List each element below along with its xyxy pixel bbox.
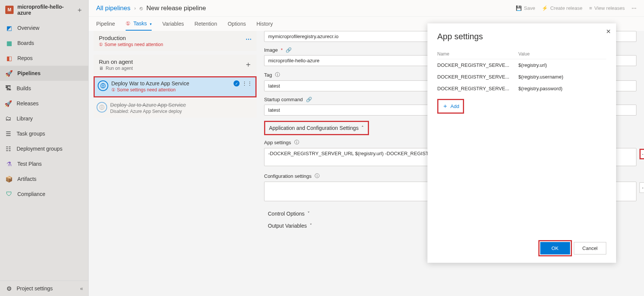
required-icon: * xyxy=(281,47,283,53)
create-icon: ⚡ xyxy=(542,5,548,11)
sidebar-item-testplans[interactable]: ⚗ Test Plans xyxy=(0,156,88,171)
breadcrumb-allpipelines[interactable]: All pipelines xyxy=(96,5,131,12)
sidebar-item-builds[interactable]: 🏗 Builds xyxy=(0,81,88,96)
server-icon: 🖥 xyxy=(99,66,103,71)
sidebar-item-boards[interactable]: ▦ Boards xyxy=(0,35,88,51)
azure-appservice-icon xyxy=(98,80,108,91)
task-deploy-jar[interactable]: Deploy Jar to Azure App Service Disabled… xyxy=(94,99,257,118)
setting-name: DOCKER_REGISTRY_SERVE... xyxy=(437,62,518,68)
top-actions: 💾 Save ⚡ Create release ≡ View releases … xyxy=(516,5,636,11)
sidebar-item-releases[interactable]: 🚀 Releases xyxy=(0,96,88,111)
tab-history[interactable]: History xyxy=(257,17,273,30)
ok-button[interactable]: OK xyxy=(540,242,570,254)
cancel-button[interactable]: Cancel xyxy=(574,242,606,254)
table-row[interactable]: DOCKER_REGISTRY_SERVE... $(registry.pass… xyxy=(437,83,606,94)
table-row[interactable]: DOCKER_REGISTRY_SERVE... $(registry.user… xyxy=(437,71,606,83)
chevron-left-icon[interactable]: « xyxy=(80,285,83,291)
save-label: Save xyxy=(524,5,535,11)
view-releases-button[interactable]: ≡ View releases xyxy=(589,5,625,11)
stage-column: Production ① Some settings need attentio… xyxy=(94,31,257,118)
setting-value: $(registry.password) xyxy=(518,86,606,91)
setting-name: DOCKER_REGISTRY_SERVE... xyxy=(437,74,518,80)
sidebar-item-label: Boards xyxy=(17,40,34,46)
info-icon[interactable]: ⓘ xyxy=(294,139,299,146)
sidebar-item-library[interactable]: 🗂 Library xyxy=(0,111,88,126)
drag-icon[interactable]: ⋮⋮ xyxy=(242,81,252,86)
configsettings-edit-button[interactable]: ⋯ xyxy=(639,182,644,193)
sidebar-item-deploymentgroups[interactable]: ☷ Deployment groups xyxy=(0,141,88,156)
agent-subtitle: 🖥 Run on agent xyxy=(99,66,251,71)
task-title: Deploy War to Azure App Service xyxy=(111,80,252,86)
chevron-down-icon[interactable]: ▾ xyxy=(150,22,152,26)
deploymentgroups-icon: ☷ xyxy=(5,145,12,153)
sidebar-item-label: Artifacts xyxy=(17,176,37,182)
sidebar-item-taskgroups[interactable]: ☰ Task groups xyxy=(0,126,88,141)
column-value: Value xyxy=(518,51,606,57)
sidebar-item-label: Releases xyxy=(17,100,38,106)
sidebar-item-pipelines[interactable]: 🚀 Pipelines xyxy=(0,66,88,81)
appsettings-label-text: App settings xyxy=(264,140,291,145)
link-icon[interactable]: 🔗 xyxy=(286,47,292,53)
tab-variables[interactable]: Variables xyxy=(162,17,184,30)
sidebar-item-label: Builds xyxy=(17,85,31,91)
stage-header[interactable]: Production ① Some settings need attentio… xyxy=(94,31,257,51)
project-settings[interactable]: ⚙ Project settings « xyxy=(0,281,88,296)
boards-icon: ▦ xyxy=(5,39,13,47)
task-badges: ✓ ⋮⋮ xyxy=(234,80,252,86)
sidebar-item-artifacts[interactable]: 📦 Artifacts xyxy=(0,171,88,187)
info-icon[interactable]: ⓘ xyxy=(275,71,280,78)
stage-warning: ① Some settings need attention xyxy=(99,42,251,47)
artifacts-icon: 📦 xyxy=(5,175,13,183)
view-icon: ≡ xyxy=(589,5,592,11)
save-button[interactable]: 💾 Save xyxy=(516,5,535,11)
nav-list: ◩ Overview ▦ Boards ◧ Repos 🚀 Pipelines … xyxy=(0,20,88,281)
warning-icon: ① xyxy=(99,42,103,47)
agent-title: Run on agent xyxy=(99,59,251,65)
warning-icon: ① xyxy=(111,87,115,92)
page-title: New release pipeline xyxy=(146,5,206,12)
appsettings-edit-button[interactable]: ⋯ xyxy=(639,149,644,159)
overview-icon: ◩ xyxy=(5,24,13,32)
project-name[interactable]: microprofile-hello-azure xyxy=(17,4,72,16)
settings-table: Name Value DOCKER_REGISTRY_SERVE... $(re… xyxy=(437,49,606,94)
table-header: Name Value xyxy=(437,49,606,59)
add-project-icon[interactable]: ＋ xyxy=(76,5,83,14)
setting-value: $(registry.url) xyxy=(518,62,606,68)
breadcrumb-separator: › xyxy=(134,5,136,11)
task-deploy-war[interactable]: Deploy War to Azure App Service ① Some s… xyxy=(94,76,257,97)
section-app-config[interactable]: Application and Configuration Settings ˄ xyxy=(264,121,369,135)
agent-job[interactable]: Run on agent 🖥 Run on agent ＋ xyxy=(94,55,257,75)
info-icon[interactable]: ⓘ xyxy=(315,173,320,179)
close-icon[interactable]: ✕ xyxy=(606,28,611,35)
sidebar-item-label: Library xyxy=(17,116,33,122)
table-row[interactable]: DOCKER_REGISTRY_SERVE... $(registry.url) xyxy=(437,59,606,71)
link-icon[interactable]: 🔗 xyxy=(306,97,312,102)
add-task-icon[interactable]: ＋ xyxy=(244,59,252,69)
tab-options[interactable]: Options xyxy=(227,17,246,30)
project-icon: M xyxy=(5,6,14,14)
stage-more-icon[interactable]: ⋯ xyxy=(246,35,252,43)
sidebar-item-label: Task groups xyxy=(17,131,45,137)
chevron-up-icon: ˄ xyxy=(361,125,364,131)
tab-retention[interactable]: Retention xyxy=(194,17,217,30)
add-button[interactable]: ＋ Add xyxy=(437,99,464,114)
more-icon[interactable]: ⋯ xyxy=(632,5,636,11)
tab-tasks[interactable]: ① Tasks ▾ xyxy=(126,17,152,31)
create-release-button[interactable]: ⚡ Create release xyxy=(542,5,582,11)
sidebar-item-label: Pipelines xyxy=(17,70,40,76)
taskgroups-icon: ☰ xyxy=(5,130,12,137)
modal-footer: OK Cancel xyxy=(437,242,606,254)
column-name: Name xyxy=(437,51,518,57)
releases-icon: 🚀 xyxy=(5,100,12,107)
plus-icon: ＋ xyxy=(442,102,448,110)
sidebar-item-compliance[interactable]: 🛡 Compliance xyxy=(0,187,88,202)
compliance-icon: 🛡 xyxy=(5,190,13,198)
sidebar-item-overview[interactable]: ◩ Overview xyxy=(0,20,88,35)
tab-pipeline[interactable]: Pipeline xyxy=(96,17,115,30)
section-label: Control Options xyxy=(268,211,304,217)
task-subtitle: Disabled: Azure App Service deploy xyxy=(110,109,253,114)
library-icon: 🗂 xyxy=(5,115,12,122)
pipeline-icon: ⎋ xyxy=(140,5,143,11)
sidebar-item-repos[interactable]: ◧ Repos xyxy=(0,51,88,66)
add-label: Add xyxy=(450,103,459,109)
